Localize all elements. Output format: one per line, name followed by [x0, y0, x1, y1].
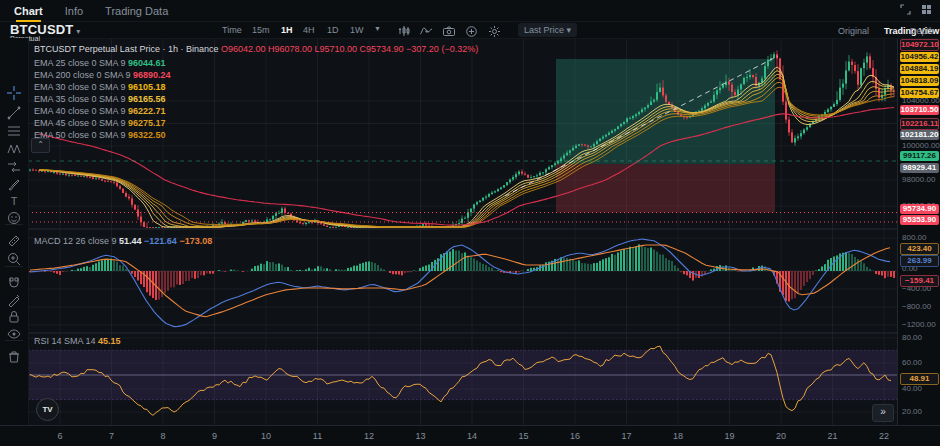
toolbar-separator: [5, 224, 23, 225]
price-badge[interactable]: 99117.26: [900, 151, 939, 161]
price-badge[interactable]: 48.91: [900, 373, 939, 385]
time-axis-label: 14: [467, 431, 477, 441]
toolbar-separator: [5, 266, 23, 267]
ema-legend-row[interactable]: EMA 45 close 0 SMA 9 96275.17: [34, 118, 166, 128]
price-badge[interactable]: 104956.42: [900, 52, 939, 62]
price-badge[interactable]: 104972.10: [900, 39, 939, 51]
tab-info[interactable]: Info: [65, 5, 83, 17]
trend-line-tool-icon[interactable]: [5, 104, 23, 122]
price-badge[interactable]: 102181.20: [900, 130, 939, 140]
xabcd-pattern-tool-icon[interactable]: [5, 140, 23, 158]
view-tab-depth[interactable]: Depth: [910, 26, 934, 36]
price-badge[interactable]: 95353.90: [900, 215, 939, 225]
expand-icon[interactable]: [900, 4, 911, 15]
time-axis-label: 7: [109, 431, 114, 441]
price-badge[interactable]: 104884.19: [900, 64, 939, 74]
ema-legend-row[interactable]: EMA 50 close 0 SMA 9 96322.50: [34, 130, 166, 140]
time-axis-label: 18: [673, 431, 683, 441]
ema-legend-row[interactable]: EMA 40 close 0 SMA 9 96222.71: [34, 106, 166, 116]
price-badge[interactable]: 104818.09: [900, 76, 939, 86]
trading-app-window: Chart Info Trading Data BTCUSDT ▾ Perpet…: [0, 0, 940, 446]
axis-price-label: −800.00: [902, 302, 931, 311]
toolbar-separator: [5, 340, 23, 341]
macd-value: −173.08: [177, 236, 212, 246]
time-axis-label: 9: [212, 431, 217, 441]
tradingview-logo[interactable]: TV: [36, 398, 59, 421]
time-axis-label: 16: [570, 431, 580, 441]
interval-4h[interactable]: 4H: [303, 25, 315, 35]
settings-gear-icon[interactable]: [489, 26, 500, 37]
price-badge[interactable]: −159.41: [900, 275, 939, 287]
indicators-icon[interactable]: [420, 26, 432, 36]
fib-lines-tool-icon[interactable]: [5, 122, 23, 140]
price-badge[interactable]: 104754.67: [900, 88, 939, 98]
ema-legend-row[interactable]: EMA 200 close 0 SMA 9 96890.24: [34, 70, 171, 80]
trash-tool-icon[interactable]: [5, 348, 23, 366]
time-axis-label: 21: [827, 431, 837, 441]
chart-toolbar: BTCUSDT ▾ Perpetual Time 15m 1H 4H 1D 1W…: [0, 22, 940, 39]
macd-legend[interactable]: MACD 12 26 close 9 51.44 −121.64 −173.08: [34, 236, 212, 246]
collapse-indicators-button[interactable]: ⌃: [31, 138, 50, 153]
chart-style-icon[interactable]: [398, 26, 410, 36]
time-axis-label: 15: [518, 431, 528, 441]
long-position-loss-zone: [556, 164, 775, 212]
draw-lock-tool-icon[interactable]: [5, 291, 23, 309]
lock-tool-icon[interactable]: [5, 308, 23, 326]
ema-legend-row[interactable]: EMA 25 close 0 SMA 9 96044.61: [34, 58, 166, 68]
time-axis-label: 22: [879, 431, 889, 441]
add-circle-icon[interactable]: [466, 26, 477, 37]
tab-chart[interactable]: Chart: [14, 5, 43, 17]
rsi-legend[interactable]: RSI 14 SMA 14 45.15: [34, 336, 121, 346]
interval-1w[interactable]: 1W: [350, 25, 364, 35]
axis-price-label: 80.00: [902, 333, 922, 342]
interval-15m[interactable]: 15m: [252, 25, 270, 35]
price-badge[interactable]: 263.99: [900, 255, 939, 267]
interval-caret-icon[interactable]: ▼: [374, 25, 381, 32]
crosshair-tool-icon[interactable]: [5, 84, 23, 102]
interval-1d[interactable]: 1D: [327, 25, 339, 35]
ema-legend-row[interactable]: EMA 35 close 0 SMA 9 96165.56: [34, 94, 166, 104]
time-axis-label: 12: [364, 431, 374, 441]
time-axis-label: 6: [57, 431, 62, 441]
symbol-caret-icon: ▾: [76, 27, 80, 36]
price-badge[interactable]: 95734.90: [900, 204, 939, 214]
axis-price-label: 20.00: [902, 407, 922, 416]
axis-price-label: 60.00: [902, 358, 922, 367]
drawing-tools-sidebar: T: [0, 38, 29, 425]
price-mode-selector[interactable]: Last Price ▾: [518, 23, 577, 37]
top-tab-bar: Chart Info Trading Data: [0, 0, 940, 22]
time-axis-label: 19: [724, 431, 734, 441]
time-axis[interactable]: 678910111213141516171819202122: [0, 425, 940, 446]
axis-price-label: 100000.00: [902, 141, 940, 150]
camera-icon[interactable]: [443, 26, 455, 36]
grid-layout-icon[interactable]: [921, 4, 932, 15]
ohlc-values: O96042.00 H96078.00 L95710.00 C95734.90 …: [221, 44, 478, 54]
price-badge[interactable]: 423.40: [900, 243, 939, 255]
price-badge[interactable]: 103710.50: [900, 105, 939, 115]
axis-price-label: 40.00: [902, 384, 922, 393]
time-axis-label: 10: [261, 431, 271, 441]
ruler-tool-icon[interactable]: [5, 232, 23, 250]
axis-price-label: 800.00: [902, 233, 926, 242]
brush-tool-icon[interactable]: [5, 175, 23, 193]
text-tool-icon[interactable]: T: [5, 192, 23, 210]
time-axis-label: 17: [621, 431, 631, 441]
time-label: Time: [222, 25, 242, 35]
ema-legend-row[interactable]: EMA 30 close 0 SMA 9 96105.18: [34, 82, 166, 92]
price-badge[interactable]: 102216.11: [900, 118, 939, 130]
forecast-tool-icon[interactable]: [5, 158, 23, 176]
svg-text:T: T: [11, 195, 18, 207]
time-axis-label: 20: [776, 431, 786, 441]
interval-1h[interactable]: 1H: [281, 25, 293, 35]
tab-trading-data[interactable]: Trading Data: [105, 5, 168, 17]
time-axis-label: 13: [415, 431, 425, 441]
price-badge[interactable]: 98929.41: [900, 163, 939, 173]
macd-value: 51.44: [119, 236, 142, 246]
time-axis-label: 11: [313, 431, 322, 441]
chart-legend-title[interactable]: BTCUSDT Perpetual Last Price · 1h · Bina…: [34, 44, 478, 54]
magnet-tool-icon[interactable]: [5, 274, 23, 292]
price-axis[interactable]: 104000.00100000.0098000.0096000.00800.00…: [897, 38, 940, 425]
expand-panel-button[interactable]: »: [872, 404, 894, 422]
view-tab-original[interactable]: Original: [838, 26, 869, 36]
long-position-profit-zone: [556, 59, 775, 164]
